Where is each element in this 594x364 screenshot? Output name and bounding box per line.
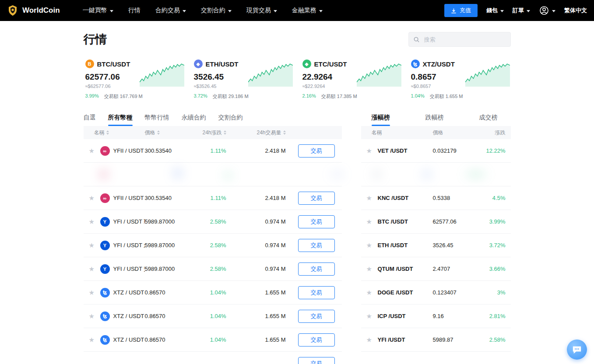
star-icon[interactable]: ★ <box>89 218 100 225</box>
tab[interactable]: 跌幅榜 <box>425 114 444 126</box>
column-header-change[interactable]: 24h漲跌 <box>192 129 226 136</box>
deposit-button[interactable]: 充值 <box>444 4 478 17</box>
ticker-card[interactable]: B BTC/USDT 62577.06 ≈$62577.06 3.99% 交易額… <box>84 57 185 101</box>
ranking-row[interactable]: ★ QTUM /USDT 2.4707 3.66% <box>361 257 511 281</box>
trade-button[interactable]: 交易 <box>298 333 335 346</box>
tab[interactable]: 自選 <box>84 114 96 126</box>
price: 5989.87000 <box>145 266 192 272</box>
star-icon[interactable]: ★ <box>89 313 100 319</box>
star-icon[interactable]: ★ <box>366 336 378 343</box>
star-icon[interactable]: ★ <box>89 242 100 248</box>
trade-button[interactable]: 交易 <box>298 310 335 323</box>
market-row[interactable]: ★ Y YFI / USDT 交割 5989.87000 2.58% 0.974… <box>84 257 342 281</box>
star-icon[interactable]: ★ <box>366 195 378 201</box>
trade-button[interactable]: 交易 <box>298 192 335 205</box>
price: 3526.45 <box>433 242 475 248</box>
ranking-row[interactable]: ★ VET /USDT 0.032179 12.22% <box>361 139 511 163</box>
star-icon[interactable]: ★ <box>89 289 100 296</box>
trade-button[interactable]: 交易 <box>298 215 335 228</box>
nav-item[interactable]: 一鍵買幣 <box>83 7 113 14</box>
trade-button[interactable]: 交易 <box>298 262 335 276</box>
search-input[interactable] <box>423 36 506 43</box>
account-menu[interactable] <box>539 5 555 16</box>
ticker-card[interactable]: ◆ ETH/USDT 3526.45 ≈$3526.45 3.72% 交易額 2… <box>192 57 294 101</box>
star-icon[interactable]: ★ <box>89 147 100 154</box>
nav-item[interactable]: 現貨交易 <box>246 7 277 14</box>
market-row[interactable]: ★ ꜩ XTZ / USDT 現貨 0.86570 1.04% 1.655 M … <box>84 281 342 304</box>
ticker-card[interactable]: ꜩ XTZ/USDT 0.8657 ≈$0.8657 1.04% 交易額 1.6… <box>409 57 511 101</box>
wallet-menu[interactable]: 錢包 <box>486 7 504 14</box>
star-icon[interactable]: ★ <box>89 195 100 201</box>
change: 4.5% <box>475 195 506 201</box>
nav-item[interactable]: 行情 <box>128 7 141 14</box>
tab[interactable]: 永續合約 <box>182 114 206 126</box>
change: 2.58% <box>475 336 506 343</box>
chevron-down-icon <box>228 10 232 12</box>
market-row[interactable]: ★ ∞ YFII / USDT 現貨 300.53540 1.11% 2.418… <box>84 139 342 163</box>
nav-item[interactable]: 交割合約 <box>201 7 232 14</box>
trade-button[interactable]: 交易 <box>298 286 335 299</box>
orders-menu[interactable]: 訂單 <box>513 7 530 14</box>
pair-name: QTUM /USDT <box>378 266 433 272</box>
ticker-card[interactable]: ◆ ETC/USDT 22.9264 ≈$22.9264 2.16% 交易額 1… <box>301 57 402 101</box>
nav-item[interactable]: 合約交易 <box>155 7 186 14</box>
volume-24h: 1.655 M <box>226 289 286 296</box>
change: 3.72% <box>475 242 506 248</box>
star-icon[interactable]: ★ <box>89 266 100 272</box>
tab-label: 漲幅榜 <box>372 114 390 121</box>
market-row[interactable]: ★ Y YFI / USDT 現貨 5989.87000 2.58% 0.974… <box>84 210 342 234</box>
star-icon[interactable]: ★ <box>366 289 378 296</box>
column-header-volume[interactable]: 24h交易量 <box>226 129 286 136</box>
chevron-down-icon <box>319 10 323 12</box>
star-icon[interactable]: ★ <box>366 147 378 154</box>
market-table-header: 名稱 價格 24h漲跌 24h交易量 <box>84 126 342 139</box>
coin-icon: Y <box>100 264 110 274</box>
star-icon[interactable]: ★ <box>366 313 378 319</box>
trade-button[interactable]: 交易 <box>298 239 335 252</box>
tab[interactable]: 幣幣行情 <box>145 114 169 126</box>
market-row[interactable]: ★ ꜩ XTZ / USDT 永續 0.86570 1.04% 1.655 M … <box>84 304 342 328</box>
tab[interactable]: 漲幅榜 <box>372 114 390 126</box>
ticker-change: 1.04% <box>411 93 425 100</box>
ranking-row[interactable]: ★ DOGE /USDT 0.123407 3% <box>361 281 511 304</box>
ranking-row[interactable]: ★ <box>361 163 511 186</box>
chat-button[interactable] <box>567 340 587 360</box>
trade-button[interactable]: 交易 <box>298 144 335 158</box>
trade-button[interactable]: 交易 <box>298 357 335 364</box>
tab[interactable]: 交割合約 <box>218 114 243 126</box>
market-row[interactable]: ★ ∞ YFII / USDT 交割 300.53540 1.11% 2.418… <box>84 186 342 210</box>
pair-name: XTZ / USDT 交割 <box>113 336 145 344</box>
star-icon[interactable]: ★ <box>366 218 378 225</box>
star-icon[interactable]: ★ <box>366 266 378 272</box>
tab[interactable]: 成交榜 <box>479 114 498 126</box>
market-row[interactable]: ★ ꜩ XTZ / USDT 交割 0.86570 1.04% 1.655 M … <box>84 328 342 352</box>
ranking-row[interactable]: ★ KNC /USDT 0.5338 4.5% <box>361 186 511 210</box>
user-avatar-icon <box>539 5 549 16</box>
tab-label: 幣幣行情 <box>145 114 169 121</box>
ranking-row[interactable]: ★ ICP /USDT 9.16 2.81% <box>361 304 511 328</box>
star-icon[interactable]: ★ <box>89 336 100 343</box>
brand[interactable]: WorldCoin <box>7 5 60 16</box>
ranking-row[interactable]: ★ BTC /USDT 62577.06 3.99% <box>361 210 511 234</box>
nav-item-label: 現貨交易 <box>246 7 271 14</box>
column-header-price[interactable]: 價格 <box>145 129 192 136</box>
volume-24h: 0.974 M <box>226 266 286 272</box>
tab[interactable]: 所有幣種 <box>108 114 133 126</box>
price: 0.5338 <box>433 195 475 201</box>
pair-name: KNC /USDT <box>378 195 433 201</box>
language-selector[interactable]: 繁体中文 <box>564 7 587 14</box>
market-rows: ★ ∞ YFII / USDT 現貨 300.53540 1.11% 2.418… <box>84 139 342 364</box>
market-panel: 自選 所有幣種 幣幣行情 永續合約 交割合約 名稱 價格 24h漲跌 <box>84 114 342 364</box>
coin-icon: ∞ <box>100 193 110 203</box>
pair-name: XTZ / USDT 現貨 <box>113 289 145 297</box>
ranking-row[interactable]: ★ YFI /USDT 5989.87 2.58% <box>361 328 511 352</box>
column-header-name[interactable]: 名稱 <box>89 129 145 136</box>
market-row[interactable]: ★ 交易 <box>84 163 342 186</box>
search-box[interactable] <box>408 32 511 47</box>
ranking-row[interactable]: ★ ETH /USDT 3526.45 3.72% <box>361 234 511 257</box>
nav-item[interactable]: 金融業務 <box>292 7 323 14</box>
star-icon[interactable]: ★ <box>366 242 378 248</box>
sparkline-chart <box>465 61 510 87</box>
market-row[interactable]: ★ 交易 <box>84 352 342 364</box>
market-row[interactable]: ★ Y YFI / USDT 永續 5989.87000 2.58% 0.974… <box>84 234 342 257</box>
